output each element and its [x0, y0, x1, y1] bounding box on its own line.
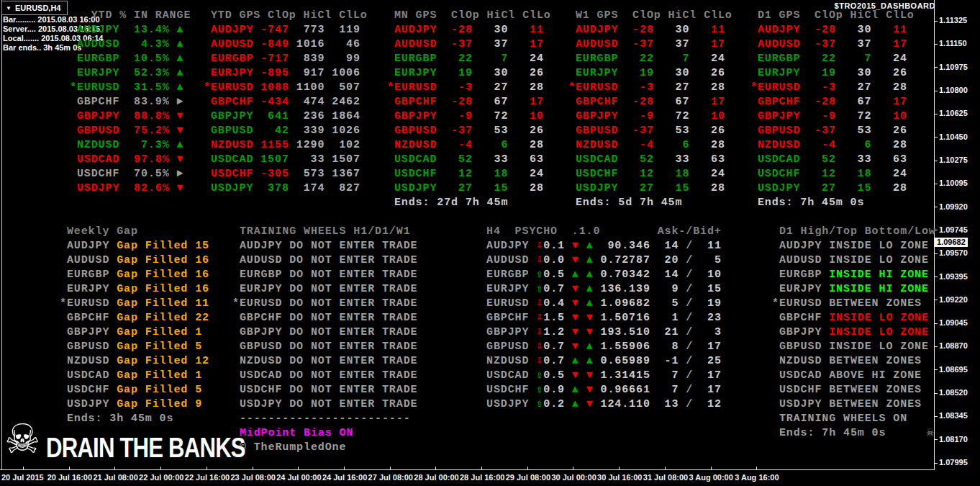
cell: NZDUSD [60, 355, 109, 367]
cell: 0.2 [543, 398, 565, 410]
cell: EURJPY [568, 67, 618, 79]
cell: 1016 [289, 38, 325, 50]
cell: 1088 [253, 81, 289, 94]
price-axis-label: 1.07995 [935, 458, 968, 467]
price-axis-label: 1.09220 [935, 295, 968, 304]
price-value: 1.10450 [939, 132, 968, 141]
cell: DO NOT ENTER TRADE [282, 240, 417, 252]
price-value: 1.09920 [939, 202, 968, 211]
cell: INSIDE LO ZONE [822, 254, 929, 266]
cell: 7 [473, 53, 509, 65]
axis-tick [935, 230, 938, 230]
cell: Ends: 7h 45m 0s [772, 427, 886, 439]
table-row: NZDUSD ⇩0.7 ▲ ▲ 0.65989 -1 / 25 [486, 354, 722, 369]
cell: AUDJPY [204, 24, 253, 36]
chart-left-border [1, 0, 2, 469]
cell: USDCHF [60, 384, 109, 396]
cell: 21 [650, 326, 679, 338]
cell: USDCHF [568, 168, 618, 180]
price-axis-label: 1.08520 [935, 388, 968, 397]
section-header: H4 PSYCHO .1.0 Ask-/Bid+ [486, 225, 722, 239]
cell: 52.3% [119, 67, 169, 79]
up-block-arrow-icon: ⇧ [536, 369, 543, 382]
cell: / [679, 254, 693, 266]
table-row: EURGBP INSIDE HI ZONE [772, 268, 936, 282]
time-axis-label: 20 Jul 16:00 [47, 473, 92, 482]
cell: USDJPY [486, 398, 536, 410]
cell: 17 [508, 96, 544, 108]
cell: 67 [836, 96, 872, 108]
down-arrow-icon: ▼ [170, 110, 184, 122]
cell: 75.2% [119, 125, 169, 137]
cell: BETWEEN ZONES [822, 398, 922, 410]
cell: GBPCHF [204, 96, 253, 108]
cell: 26 [689, 125, 725, 137]
section-header: YTD GPS ClOp HiCl ClLo [204, 9, 368, 23]
table-row: USDJPY 27 15 28 [750, 181, 915, 196]
cell: GBPUSD [486, 341, 536, 353]
cell: USDCHF [204, 168, 253, 180]
down-arrow-icon: ▼ [565, 240, 579, 252]
cell: DO NOT ENTER TRADE [282, 384, 417, 396]
section-header: D1 High/Top Bottom/Low [772, 225, 936, 239]
price-value: 1.10800 [939, 86, 968, 94]
cell: 82.6% [119, 182, 169, 194]
cell: NZDUSD [387, 139, 437, 151]
cell: DO NOT ENTER TRADE [282, 326, 417, 338]
table-row: EURJPY INSIDE HI ZONE [772, 282, 936, 297]
down-arrow-icon: ▼ [579, 369, 594, 382]
cell: 1507 [325, 153, 360, 166]
table-row: GBPJPY ⇩1.2 ▼ ▼ 193.510 21 / 3 [486, 325, 722, 340]
cell: 99 [325, 53, 360, 65]
symbol-tab[interactable]: ▼ EURUSD,H4 [1, 1, 68, 15]
cell: 1.50716 [594, 312, 650, 324]
cell: -305 [253, 168, 289, 180]
cell: 37 [654, 38, 690, 50]
cell: DO NOT ENTER TRADE [282, 297, 417, 310]
up-block-arrow-icon: ⇧ [536, 384, 543, 396]
cell: 15 [836, 182, 872, 194]
cell: NZDUSD [486, 355, 536, 367]
cell: MidPoint Bias ON [232, 427, 353, 439]
cell: 19 [800, 67, 836, 79]
axis-tick [935, 439, 938, 440]
cell: 30 [654, 24, 690, 36]
axis-tick [935, 114, 938, 114]
table-row: Ends: 5d 7h 45m [568, 196, 732, 210]
cell: USDCAD [486, 369, 536, 382]
cell: USDCAD [204, 153, 253, 166]
cell: Gap Filled 15 [109, 240, 209, 252]
cell: BETWEEN ZONES [822, 355, 922, 367]
cell: 13.4% [119, 24, 169, 36]
cell: EURGBP [232, 269, 282, 281]
cell: USDCHF [387, 168, 437, 180]
table-row: USDCHF 12 18 24 [568, 167, 732, 181]
cell: 37 [836, 38, 872, 50]
cell: -9 [800, 110, 836, 122]
mn-gps-section: MN GPS ClOp HiCl ClLo AUDJPY -28 30 11 A… [387, 9, 551, 210]
cell: BETWEEN ZONES [822, 384, 922, 396]
axis-tick [935, 253, 938, 254]
cell: 46 [325, 38, 360, 50]
table-row: USDJPY 27 15 28 [568, 181, 732, 196]
cell: 1026 [325, 125, 360, 137]
price-axis-label: 1.10975 [935, 63, 968, 71]
time-axis-label: 31 Jul 08:00 [643, 473, 688, 482]
table-row: GBPUSD -37 53 26 [750, 124, 915, 138]
cell: GBPUSD [387, 125, 437, 137]
axis-tick [665, 467, 666, 469]
table-row: *EURUSD Gap Filled 11 [60, 297, 209, 311]
cell: AUDUSD [486, 254, 536, 266]
cell: DO NOT ENTER TRADE [282, 369, 417, 382]
cell: 27 [800, 182, 836, 194]
cell: 17 [689, 38, 725, 50]
cell: 24 [689, 53, 725, 65]
table-row: USDJPY DO NOT ENTER TRADE [232, 397, 417, 412]
cell: AUDJPY [387, 24, 437, 36]
table-row: GBPCHF -434 474 2462 [204, 95, 368, 109]
cell: -747 [253, 24, 289, 36]
cell: 52 [618, 153, 654, 166]
cell: -9 [618, 110, 654, 122]
cell: GBPJPY [387, 110, 437, 122]
cell: 3 [693, 326, 722, 338]
